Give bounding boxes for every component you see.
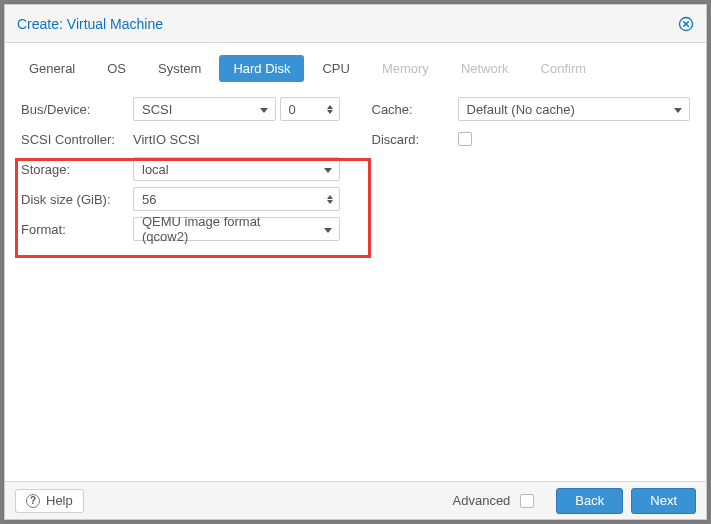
- titlebar: Create: Virtual Machine: [5, 5, 706, 43]
- bus-device-label: Bus/Device:: [21, 102, 133, 117]
- format-label: Format:: [21, 222, 133, 237]
- chevron-down-icon: [317, 167, 339, 172]
- tab-memory: Memory: [368, 55, 443, 82]
- help-button[interactable]: ? Help: [15, 489, 84, 513]
- spinner-arrows-icon: [321, 105, 339, 114]
- tab-os[interactable]: OS: [93, 55, 140, 82]
- spinner-arrows-icon: [321, 195, 339, 204]
- tabs: General OS System Hard Disk CPU Memory N…: [5, 43, 706, 90]
- next-button[interactable]: Next: [631, 488, 696, 514]
- tab-confirm: Confirm: [527, 55, 601, 82]
- chevron-down-icon: [317, 227, 339, 232]
- dialog-title: Create: Virtual Machine: [17, 16, 678, 32]
- disk-size-label: Disk size (GiB):: [21, 192, 133, 207]
- help-label: Help: [46, 493, 73, 508]
- cache-select[interactable]: Default (No cache): [458, 97, 691, 121]
- chevron-down-icon: [667, 107, 689, 112]
- device-index-spinner[interactable]: 0: [280, 97, 340, 121]
- device-index-value: 0: [281, 102, 321, 117]
- tab-system[interactable]: System: [144, 55, 215, 82]
- format-value: QEMU image format (qcow2): [134, 214, 317, 244]
- scsi-controller-value: VirtIO SCSI: [133, 132, 200, 147]
- scsi-controller-label: SCSI Controller:: [21, 132, 133, 147]
- form-body: Bus/Device: SCSI 0: [5, 90, 706, 481]
- storage-select[interactable]: local: [133, 157, 340, 181]
- tab-network: Network: [447, 55, 523, 82]
- tab-hard-disk[interactable]: Hard Disk: [219, 55, 304, 82]
- left-column: Bus/Device: SCSI 0: [21, 94, 340, 244]
- advanced-label: Advanced: [453, 493, 511, 508]
- help-icon: ?: [26, 494, 40, 508]
- dialog: Create: Virtual Machine General OS Syste…: [4, 4, 707, 520]
- discard-checkbox[interactable]: [458, 132, 472, 146]
- bus-select[interactable]: SCSI: [133, 97, 276, 121]
- tab-general[interactable]: General: [15, 55, 89, 82]
- format-select[interactable]: QEMU image format (qcow2): [133, 217, 340, 241]
- storage-value: local: [134, 162, 317, 177]
- disk-size-value: 56: [134, 192, 321, 207]
- chevron-down-icon: [253, 107, 275, 112]
- discard-label: Discard:: [372, 132, 458, 147]
- back-button[interactable]: Back: [556, 488, 623, 514]
- tab-cpu[interactable]: CPU: [308, 55, 363, 82]
- advanced-checkbox[interactable]: [520, 494, 534, 508]
- footer: ? Help Advanced Back Next: [5, 481, 706, 519]
- disk-size-spinner[interactable]: 56: [133, 187, 340, 211]
- storage-label: Storage:: [21, 162, 133, 177]
- right-column: Cache: Default (No cache) Discard:: [372, 94, 691, 244]
- bus-select-value: SCSI: [134, 102, 253, 117]
- cache-label: Cache:: [372, 102, 458, 117]
- close-icon[interactable]: [678, 16, 694, 32]
- cache-value: Default (No cache): [459, 102, 668, 117]
